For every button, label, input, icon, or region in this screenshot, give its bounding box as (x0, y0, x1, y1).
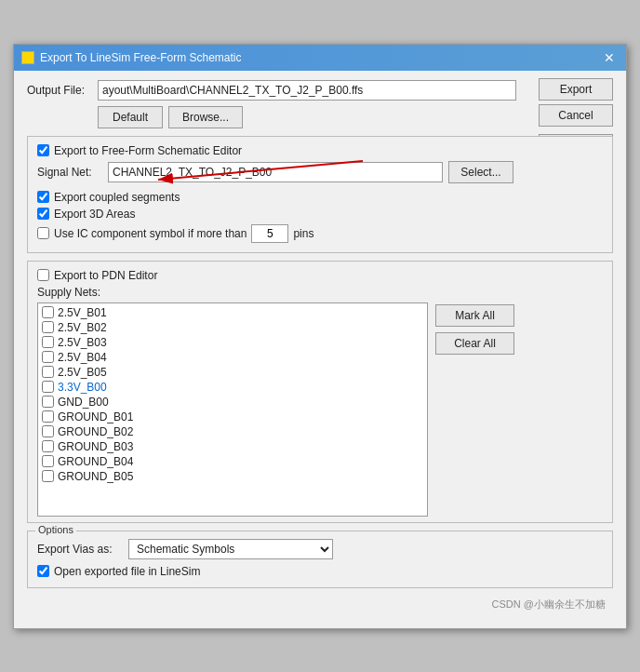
pdn-content-row: 2.5V_B012.5V_B022.5V_B032.5V_B042.5V_B05… (37, 302, 603, 517)
watermark: CSDN @小幽余生不加糖 (27, 596, 613, 615)
export-3d-label: Export 3D Areas (54, 208, 135, 221)
file-buttons-row: Default Browse... (98, 106, 613, 128)
list-item: GROUND_B01 (40, 410, 425, 424)
export-vias-row: Export Vias as: Schematic SymbolsPadsSho… (37, 539, 603, 559)
export-3d-row: Export 3D Areas (37, 208, 603, 221)
list-item: 2.5V_B01 (40, 305, 425, 320)
supply-item-label: 2.5V_B02 (58, 321, 107, 334)
list-item: GROUND_B05 (40, 469, 425, 484)
browse-button[interactable]: Browse... (168, 106, 243, 128)
pdn-export-label: Export to PDN Editor (54, 269, 157, 282)
supply-item-label: GROUND_B05 (58, 470, 133, 483)
list-item: 2.5V_B03 (40, 335, 425, 350)
export-3d-checkbox[interactable] (37, 208, 49, 220)
export-vias-dropdown[interactable]: Schematic SymbolsPadsShort (128, 539, 333, 559)
pdn-checkbox-row: Export to PDN Editor (37, 269, 603, 282)
supply-item-checkbox[interactable] (42, 306, 54, 318)
export-vias-label: Export Vias as: (37, 543, 121, 556)
output-file-label: Output File: (27, 84, 92, 97)
cancel-button[interactable]: Cancel (539, 104, 613, 127)
use-ic-label: Use IC component symbol if more than (54, 227, 247, 240)
signal-net-row: Signal Net: Select... (37, 161, 603, 183)
output-file-row: Output File: (27, 80, 613, 101)
supply-nets-label-row: Supply Nets: (37, 286, 603, 299)
supply-item-checkbox[interactable] (42, 381, 54, 393)
export-button[interactable]: Export (539, 78, 613, 101)
export-schematic-row: Export to Free-Form Schematic Editor (37, 144, 603, 157)
export-coupled-checkbox[interactable] (37, 191, 49, 203)
list-item: 3.3V_B00 (40, 380, 425, 395)
pdn-export-checkbox[interactable] (37, 269, 49, 281)
use-ic-row: Use IC component symbol if more than pin… (37, 224, 603, 243)
supply-item-label: 2.5V_B05 (58, 366, 107, 379)
supply-item-label: GROUND_B03 (58, 440, 133, 453)
signal-net-label: Signal Net: (37, 166, 102, 179)
list-item: 2.5V_B05 (40, 365, 425, 380)
main-window: Export To LineSim Free-Form Schematic ✕ … (13, 44, 627, 629)
supply-item-label: 3.3V_B00 (58, 381, 107, 394)
title-bar-left: Export To LineSim Free-Form Schematic (21, 51, 242, 64)
supply-item-checkbox[interactable] (42, 440, 54, 452)
pins-label: pins (293, 227, 313, 240)
open-exported-checkbox[interactable] (37, 565, 49, 577)
supply-item-label: 2.5V_B01 (58, 306, 107, 319)
open-exported-row: Open exported file in LineSim (37, 565, 603, 578)
supply-item-label: GROUND_B04 (58, 455, 133, 468)
supply-item-checkbox[interactable] (42, 396, 54, 408)
main-content: Export Cancel Help Output File: Default … (14, 71, 626, 628)
supply-item-label: 2.5V_B04 (58, 351, 107, 364)
mark-all-button[interactable]: Mark All (435, 304, 514, 327)
options-title: Options (35, 524, 76, 535)
supply-item-checkbox[interactable] (42, 470, 54, 482)
list-item: 2.5V_B04 (40, 350, 425, 365)
signal-net-input[interactable] (108, 162, 443, 182)
list-item: 2.5V_B02 (40, 320, 425, 335)
options-section: Options Export Vias as: Schematic Symbol… (27, 531, 613, 588)
list-item: GROUND_B03 (40, 439, 425, 454)
list-item: GND_B00 (40, 395, 425, 410)
close-button[interactable]: ✕ (600, 50, 619, 65)
export-schematic-label: Export to Free-Form Schematic Editor (54, 144, 242, 157)
window-icon (21, 51, 34, 64)
list-item: GROUND_B04 (40, 454, 425, 469)
supply-item-checkbox[interactable] (42, 321, 54, 333)
supply-item-checkbox[interactable] (42, 336, 54, 348)
supply-item-checkbox[interactable] (42, 455, 54, 467)
checkboxes-area: Export coupled segments Export 3D Areas … (37, 191, 603, 243)
output-file-input[interactable] (98, 80, 516, 101)
supply-item-checkbox[interactable] (42, 410, 54, 423)
use-ic-checkbox[interactable] (37, 227, 49, 239)
select-button[interactable]: Select... (448, 161, 513, 183)
supply-item-checkbox[interactable] (42, 366, 54, 378)
open-exported-label: Open exported file in LineSim (54, 565, 200, 578)
pins-input[interactable] (251, 224, 288, 243)
supply-nets-label: Supply Nets: (37, 286, 100, 299)
window-title: Export To LineSim Free-Form Schematic (40, 51, 242, 64)
default-button[interactable]: Default (98, 106, 163, 128)
export-coupled-row: Export coupled segments (37, 191, 603, 204)
export-schematic-checkbox[interactable] (37, 144, 49, 156)
supply-item-checkbox[interactable] (42, 351, 54, 363)
clear-all-button[interactable]: Clear All (435, 332, 514, 355)
supply-item-label: GROUND_B02 (58, 425, 133, 438)
pdn-section: Export to PDN Editor Supply Nets: 2.5V_B… (27, 261, 613, 523)
title-bar: Export To LineSim Free-Form Schematic ✕ (14, 45, 626, 71)
supply-item-label: GROUND_B01 (58, 410, 133, 423)
supply-item-label: GND_B00 (58, 396, 109, 409)
list-item: GROUND_B02 (40, 424, 425, 439)
schematic-section: Export to Free-Form Schematic Editor Sig… (27, 136, 613, 253)
supply-list[interactable]: 2.5V_B012.5V_B022.5V_B032.5V_B042.5V_B05… (37, 302, 428, 517)
export-coupled-label: Export coupled segments (54, 191, 180, 204)
pdn-action-buttons: Mark All Clear All (435, 304, 514, 355)
supply-item-label: 2.5V_B03 (58, 336, 107, 349)
supply-item-checkbox[interactable] (42, 425, 54, 437)
